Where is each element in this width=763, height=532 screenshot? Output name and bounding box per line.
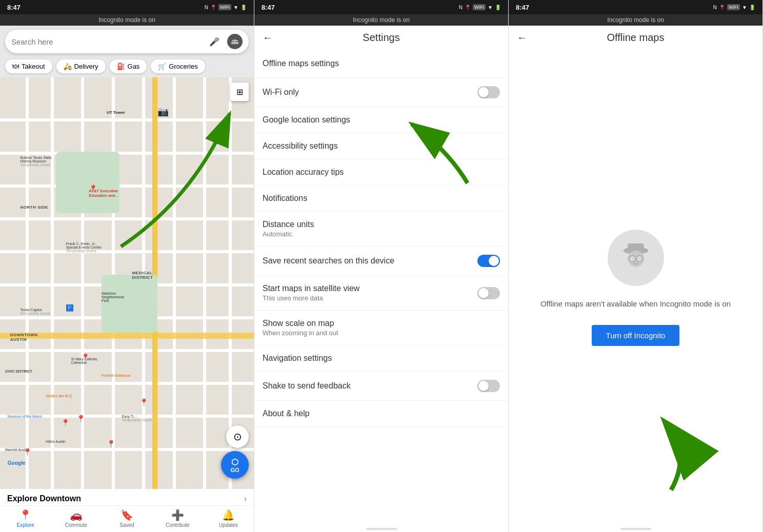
layers-button[interactable]: ⊞	[230, 83, 249, 101]
nav-explore-label: Explore	[17, 522, 34, 528]
nav-updates[interactable]: 🔔 Updates	[203, 509, 254, 528]
nav-contribute-label: Contribute	[166, 522, 189, 528]
explore-icon: 📍	[19, 509, 32, 521]
nav-saved[interactable]: 🔖 Saved	[102, 509, 152, 528]
nav-contribute[interactable]: ➕ Contribute	[152, 509, 203, 528]
settings-screen: 8:47 N 📍 WIFI ▼ 🔋 Incognito mode is on ←…	[254, 0, 509, 532]
category-gas[interactable]: ⛽Gas	[110, 59, 147, 73]
recent-searches-label: Save recent searches on this device	[263, 256, 477, 265]
offline-maps-label: Offline maps settings	[263, 59, 500, 68]
settings-item-accuracy[interactable]: Location accuracy tips	[254, 159, 508, 186]
saved-icon: 🔖	[121, 509, 133, 521]
settings-item-navigation[interactable]: Navigation settings	[254, 345, 508, 372]
status-bar-2: 8:47 N 📍 WIFI ▼ 🔋	[254, 0, 508, 14]
status-bar-3: 8:47 N 📍 WIFI ▼ 🔋	[509, 0, 762, 14]
location-icon-3: 📍	[719, 5, 725, 10]
incognito-bar: Incognito mode is on	[0, 14, 254, 26]
satellite-sublabel: This uses more data	[263, 294, 477, 302]
back-button-offline[interactable]: ←	[517, 32, 527, 44]
settings-item-location[interactable]: Google location settings	[254, 107, 508, 133]
offline-header: ← Offline maps	[509, 26, 762, 50]
bottom-nav: 📍 Explore 🚗 Commute 🔖 Saved ➕ Contribute…	[0, 505, 254, 532]
offline-maps-screen: 8:47 N 📍 WIFI ▼ 🔋 Incognito mode is on ←…	[509, 0, 763, 532]
signal-icon-2: ▼	[488, 5, 493, 10]
status-time-3: 8:47	[516, 4, 529, 11]
page-title-settings: Settings	[363, 32, 399, 44]
about-label: About & help	[263, 409, 500, 418]
chevron-right-icon: ›	[244, 495, 247, 503]
map-area[interactable]: UT Tower AT&T ExecutiveEducation and... …	[0, 77, 254, 489]
svg-point-9	[629, 255, 635, 261]
explore-bottom: Explore Downtown ›	[0, 489, 254, 505]
my-location-button[interactable]: ⊙	[226, 425, 249, 448]
wifi-icon: WIFI	[218, 4, 231, 10]
svg-rect-3	[231, 42, 239, 44]
wifi-icon-2: WIFI	[473, 4, 486, 10]
nfc-icon-3: N	[713, 5, 717, 10]
signal-icon: ▼	[233, 5, 238, 10]
back-button[interactable]: ←	[263, 32, 273, 44]
shake-toggle[interactable]	[477, 380, 500, 392]
settings-item-recent-searches[interactable]: Save recent searches on this device	[254, 247, 508, 276]
svg-point-1	[232, 40, 233, 42]
go-button[interactable]: ⬡ GO	[221, 451, 249, 479]
wifi-icon-3: WIFI	[727, 4, 740, 10]
settings-item-notifications[interactable]: Notifications	[254, 186, 508, 212]
settings-item-accessibility[interactable]: Accessibility settings	[254, 133, 508, 159]
distance-label: Distance units	[263, 220, 500, 229]
settings-item-scale[interactable]: Show scale on map When zooming in and ou…	[254, 311, 508, 345]
page-title-offline: Offline maps	[607, 32, 665, 44]
wifi-label: Wi-Fi only	[263, 88, 477, 97]
settings-item-offline-maps[interactable]: Offline maps settings	[254, 50, 508, 78]
go-label: GO	[230, 467, 239, 473]
category-groceries[interactable]: 🛒Groceries	[151, 59, 205, 73]
nav-saved-label: Saved	[119, 522, 134, 528]
svg-point-2	[236, 40, 238, 42]
settings-item-about[interactable]: About & help	[254, 401, 508, 427]
battery-icon: 🔋	[240, 5, 247, 10]
settings-item-shake[interactable]: Shake to send feedback	[254, 372, 508, 401]
offline-message: Offline maps aren't available when Incog…	[540, 298, 731, 310]
navigation-label: Navigation settings	[263, 354, 500, 363]
nav-updates-label: Updates	[219, 522, 238, 528]
nfc-icon-2: N	[459, 5, 463, 10]
settings-list: Offline maps settings Wi-Fi only Google …	[254, 50, 508, 526]
scale-sublabel: When zooming in and out	[263, 329, 500, 337]
wifi-toggle[interactable]	[477, 86, 500, 98]
location-label: Google location settings	[263, 115, 500, 125]
distance-sublabel: Automatic	[263, 230, 500, 238]
status-bar: 8:47 N 📍 WIFI ▼ 🔋	[0, 0, 254, 14]
status-icons-3: N 📍 WIFI ▼ 🔋	[713, 4, 755, 10]
settings-header: ← Settings	[254, 26, 508, 50]
nav-explore[interactable]: 📍 Explore	[0, 509, 51, 528]
updates-icon: 🔔	[222, 509, 235, 521]
category-delivery[interactable]: 🛵Delivery	[56, 59, 106, 73]
offline-content: Offline maps aren't available when Incog…	[509, 50, 762, 526]
settings-item-wifi[interactable]: Wi-Fi only	[254, 78, 508, 107]
map-screen: 8:47 N 📍 WIFI ▼ 🔋 Incognito mode is on 🎤	[0, 0, 254, 532]
category-takeout[interactable]: 🍽Takeout	[5, 59, 52, 73]
mic-icon[interactable]: 🎤	[207, 34, 222, 49]
svg-point-0	[234, 39, 236, 42]
battery-icon-2: 🔋	[495, 5, 501, 10]
settings-item-satellite[interactable]: Start maps in satellite view This uses m…	[254, 276, 508, 311]
search-input[interactable]	[11, 37, 207, 46]
signal-icon-3: ▼	[742, 5, 747, 10]
recent-searches-toggle[interactable]	[477, 255, 500, 267]
incognito-bar-2: Incognito mode is on	[254, 14, 508, 26]
incognito-button[interactable]	[227, 34, 243, 49]
status-icons-2: N 📍 WIFI ▼ 🔋	[459, 4, 501, 10]
settings-item-distance[interactable]: Distance units Automatic	[254, 212, 508, 247]
scroll-indicator-3	[620, 528, 651, 530]
scroll-indicator	[366, 528, 397, 530]
explore-title: Explore Downtown	[7, 494, 81, 503]
search-bar[interactable]: 🎤	[5, 30, 249, 53]
notifications-label: Notifications	[263, 194, 500, 203]
turn-off-incognito-button[interactable]: Turn off Incognito	[592, 325, 680, 346]
incognito-avatar	[608, 230, 664, 286]
satellite-toggle[interactable]	[477, 287, 500, 299]
category-bar: 🍽Takeout 🛵Delivery ⛽Gas 🛒Groceries	[0, 57, 254, 77]
nav-commute[interactable]: 🚗 Commute	[51, 509, 102, 528]
status-time-2: 8:47	[262, 4, 275, 11]
svg-rect-7	[628, 243, 644, 252]
